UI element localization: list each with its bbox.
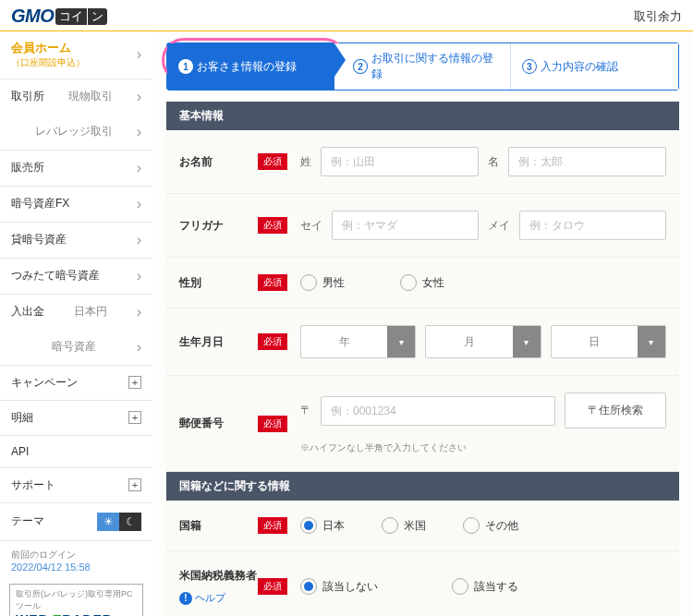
sidebar-item-campaign[interactable]: キャンペーン + [0,366,152,401]
logo-coin-text: コイン [55,8,107,25]
chevron-down-icon: ▾ [387,326,415,357]
sidebar-item-exchange-leverage[interactable]: レバレッジ取引 › [0,115,152,150]
chevron-right-icon: › [137,304,141,320]
chevron-right-icon: › [137,46,141,63]
chevron-right-icon: › [137,89,141,105]
us-tax-yes-radio[interactable]: 該当する [452,578,518,595]
lastname-input[interactable] [321,147,479,176]
chevron-right-icon: › [137,268,141,284]
postal-input[interactable] [321,396,555,426]
help-icon: ! [179,592,192,605]
postal-hint: ※ハイフンなし半角で入力してください [300,441,666,454]
header-balance-label: 取引余力 [634,8,682,25]
gender-male-radio[interactable]: 男性 [300,274,345,291]
chevron-down-icon: ▾ [638,326,665,357]
main-content: 1 お客さま情報の登録 2 お取引に関する情報の登録 3 入力内容の確認 基本情… [152,31,693,616]
birth-day-select[interactable]: 日▾ [551,325,666,358]
required-badge: 必須 [258,274,287,291]
sidebar-home-subtitle: （口座開設申込） [11,56,85,69]
birth-month-select[interactable]: 月▾ [425,325,541,358]
postal-search-button[interactable]: 〒住所検索 [565,393,666,429]
row-nationality: 国籍 必須 日本 米国 その他 [166,501,679,551]
sidebar-item-sales[interactable]: 販売所 › [0,151,152,187]
required-badge: 必須 [258,517,287,534]
webtrader-logo: WEB.TRADER [16,612,137,616]
firstname-kana-input[interactable] [519,211,666,240]
row-furigana: フリガナ 必須 セイ メイ [166,194,679,258]
theme-dark-button[interactable]: ☾ [119,513,141,531]
sidebar-item-support[interactable]: サポート + [0,468,152,503]
registration-steps: 1 お客さま情報の登録 2 お取引に関する情報の登録 3 入力内容の確認 [166,42,679,91]
chevron-right-icon: › [137,124,141,140]
chevron-right-icon: › [137,160,141,176]
plus-icon: + [128,411,141,424]
step-1[interactable]: 1 お客さま情報の登録 [167,43,334,90]
sidebar-home[interactable]: 会員ホーム （口座開設申込） › [0,31,152,79]
sidebar-item-deposit-jpy[interactable]: 入出金 日本円 › [0,295,152,330]
sidebar-item-deposit-crypto[interactable]: 暗号資産 › [0,330,152,365]
nationality-us-radio[interactable]: 米国 [382,517,426,534]
chevron-down-icon: ▾ [513,326,541,357]
required-badge: 必須 [258,153,287,170]
sidebar-item-exchange-spot[interactable]: 取引所 現物取引 › [0,79,152,115]
theme-light-button[interactable]: ☀ [97,513,119,531]
step-3[interactable]: 3 入力内容の確認 [510,43,678,90]
plus-icon: + [128,478,141,491]
webtrader-banner[interactable]: 取引所(レバレッジ)取引専用PCツール WEB.TRADER [9,584,143,616]
sidebar-item-fx[interactable]: 暗号資産FX › [0,187,152,223]
required-badge: 必須 [258,333,287,350]
last-login-time: 2022/04/12 15:58 [11,562,141,573]
step-number-icon: 3 [522,59,537,74]
chevron-right-icon: › [137,339,141,356]
lastname-kana-input[interactable] [332,211,479,240]
sidebar-item-api[interactable]: API [0,436,152,468]
chevron-right-icon: › [137,196,141,212]
nationality-japan-radio[interactable]: 日本 [300,517,345,534]
nationality-other-radio[interactable]: その他 [463,517,518,534]
row-postal: 郵便番号 必須 〒 〒住所検索 ※ハイフンなし半角で入力してください [166,376,679,472]
section-header-basic: 基本情報 [166,102,679,130]
last-login: 前回のログイン 2022/04/12 15:58 [0,541,152,580]
sidebar-home-title: 会員ホーム [11,41,85,56]
sidebar-item-theme: テーマ ☀ ☾ [0,503,152,541]
step-number-icon: 2 [353,59,367,74]
sidebar-item-savings[interactable]: つみたて暗号資産 › [0,259,152,295]
chevron-right-icon: › [137,232,141,248]
required-badge: 必須 [258,578,287,595]
brand-logo: GMO コイン [11,6,107,27]
firstname-input[interactable] [508,147,666,176]
sidebar: 会員ホーム （口座開設申込） › 取引所 現物取引 › レバレッジ取引 › 販売… [0,31,152,616]
us-tax-no-radio[interactable]: 該当しない [300,578,378,595]
required-badge: 必須 [258,217,287,234]
sidebar-item-statement[interactable]: 明細 + [0,401,152,436]
birth-year-select[interactable]: 年▾ [300,325,416,358]
logo-gmo-text: GMO [11,6,54,27]
step-number-icon: 1 [178,59,193,74]
plus-icon: + [128,376,141,389]
row-name: お名前 必須 姓 名 [166,130,679,194]
step-2[interactable]: 2 お取引に関する情報の登録 [334,43,509,90]
gender-female-radio[interactable]: 女性 [400,274,444,291]
sidebar-item-lending[interactable]: 貸暗号資産 › [0,223,152,259]
row-gender: 性別 必須 男性 女性 [166,258,679,308]
help-link[interactable]: !ヘルプ [179,591,258,605]
section-header-nationality: 国籍などに関する情報 [166,472,679,501]
row-birthdate: 生年月日 必須 年▾ 月▾ 日▾ [166,308,679,376]
row-us-tax: 米国納税義務者 !ヘルプ 必須 該当しない 該当する [166,551,679,616]
required-badge: 必須 [258,416,287,432]
